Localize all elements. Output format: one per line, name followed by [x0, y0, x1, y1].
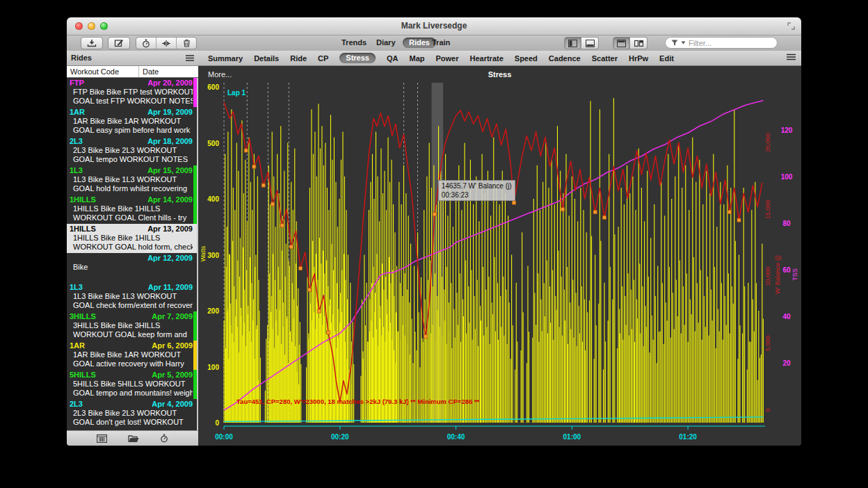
watts-tick: 600 — [207, 83, 219, 91]
nav-train[interactable]: Train — [432, 38, 450, 47]
screen: { "window": { "title": "Mark Liversedge"… — [0, 0, 868, 488]
ride-date: Apr 11, 2009 — [148, 283, 193, 292]
ride-row[interactable]: FTPApr 20, 2009FTP Bike Bike FTP test WO… — [67, 78, 198, 107]
ride-row[interactable]: 1ARApr 6, 20091AR Bike Bike 1AR WORKOUTG… — [67, 341, 198, 370]
ride-date: Apr 13, 2009 — [147, 225, 193, 234]
ride-detail: 1AR Bike Bike 1AR WORKOUT — [70, 117, 193, 126]
ride-detail: GOAL test FTP WORKOUT NOTES — [70, 97, 193, 106]
stress-chart-svg[interactable]: 0100200300400500600Watts05,00010,00015,0… — [198, 66, 801, 446]
close-window-button[interactable] — [75, 22, 83, 30]
sidebar-title: Rides — [71, 54, 92, 62]
tab-stress[interactable]: Stress — [339, 53, 376, 63]
ride-code: 1HILLS — [70, 195, 96, 204]
ride-row[interactable]: 1L3Apr 15, 20091L3 Bike Bike 1L3 WORKOUT… — [67, 165, 198, 195]
tss-tick: 120 — [781, 127, 793, 134]
tooltip-value: 14635.7 W' Balance (j) — [442, 181, 512, 190]
tab-edit[interactable]: Edit — [659, 54, 674, 63]
ride-row[interactable]: 2L3Apr 18, 20092L3 Bike Bike 2L3 WORKOUT… — [67, 136, 198, 165]
nav-diary[interactable]: Diary — [376, 38, 396, 47]
view-style-group — [613, 37, 648, 49]
ride-row[interactable]: 1HILLSApr 14, 20091HILLS Bike Bike 1HILL… — [67, 195, 198, 224]
calendar-icon[interactable] — [97, 434, 107, 443]
tab-details[interactable]: Details — [254, 54, 279, 63]
delete-button[interactable] — [176, 38, 196, 49]
tab-hrpw[interactable]: HrPw — [629, 54, 648, 63]
minimize-window-button[interactable] — [88, 22, 95, 30]
tab-qa[interactable]: QA — [387, 54, 399, 63]
ride-detail: GOAL hold form whilst recovering — [70, 184, 193, 193]
column-workout-code[interactable]: Workout Code — [67, 66, 139, 77]
tooltip-time: 00:36:23 — [442, 190, 512, 200]
stopwatch-icon[interactable] — [160, 434, 168, 443]
resize-icon[interactable] — [787, 22, 796, 31]
column-date[interactable]: Date — [139, 67, 159, 76]
ride-row[interactable]: Apr 12, 2009Bike — [67, 253, 198, 282]
sidebar-toggle-button[interactable] — [564, 37, 581, 49]
filter-caret-icon — [681, 41, 686, 44]
ride-code: FTP — [70, 79, 84, 88]
tab-heartrate[interactable]: Heartrate — [470, 54, 504, 63]
stopwatch-icon — [142, 39, 150, 48]
sidebar-footer — [67, 430, 198, 446]
folder-icon[interactable] — [128, 434, 139, 443]
ride-date: Apr 5, 2009 — [152, 371, 193, 380]
bottombar-toggle-icon — [586, 40, 595, 47]
download-button[interactable] — [81, 37, 103, 49]
ride-date: Apr 20, 2009 — [147, 79, 193, 88]
chart-title: Stress — [198, 70, 801, 79]
main-panel: SummaryDetailsRideCPStressQAMapPowerHear… — [198, 51, 801, 446]
ride-detail: 5HILLS Bike 5HILLS WORKOUT — [70, 380, 193, 389]
tab-map[interactable]: Map — [409, 54, 424, 63]
ride-row[interactable]: 1ARApr 19, 20091AR Bike Bike 1AR WORKOUT… — [67, 107, 198, 136]
tss-tick: 100 — [781, 173, 793, 181]
sidebar-toggle-icon — [568, 40, 577, 47]
ride-date: Apr 12, 2009 — [147, 254, 193, 263]
tab-power[interactable]: Power — [435, 54, 458, 63]
nav-trends[interactable]: Trends — [341, 38, 367, 47]
time-tick-label: 01:00 — [563, 433, 581, 441]
tab-summary[interactable]: Summary — [208, 54, 243, 63]
bottombar-toggle-button[interactable] — [581, 37, 599, 49]
time-tick-label: 00:20 — [331, 433, 349, 441]
ride-list: FTPApr 20, 2009FTP Bike Bike FTP test WO… — [67, 78, 198, 430]
wbal-tick: 10,000 — [764, 267, 771, 286]
tab-speed[interactable]: Speed — [515, 54, 538, 63]
split-button[interactable] — [156, 38, 176, 49]
content-area: Rides Workout Code Date FTPApr 20, 2009F… — [67, 51, 801, 446]
zoom-window-button[interactable] — [100, 22, 108, 30]
ride-row[interactable]: 1L3Apr 11, 20091L3 Bike Bike 1L3 WORKOUT… — [67, 282, 198, 311]
nav-rides[interactable]: Rides — [403, 38, 436, 48]
ride-row[interactable]: 3HILLSApr 7, 20093HILLS Bike Bike 3HILLS… — [67, 311, 198, 341]
ride-detail: GOAL easy spim before hard work — [70, 126, 193, 135]
ride-date: Apr 19, 2009 — [147, 108, 193, 117]
filter-funnel-icon — [671, 40, 678, 46]
grid-view-button[interactable] — [630, 37, 648, 49]
watts-tick: 200 — [207, 307, 219, 315]
time-tick-label: 00:00 — [215, 433, 233, 441]
ride-detail: WORKOUT GOAL hold form, check — [70, 243, 193, 252]
tab-ride[interactable]: Ride — [290, 54, 307, 63]
tab-cp[interactable]: CP — [318, 54, 328, 63]
filter-input[interactable]: Filter... — [665, 37, 778, 49]
tss-tick: 40 — [782, 313, 791, 320]
wbal-axis-label: W' Balance (j) — [774, 255, 781, 294]
tab-scatter[interactable]: Scatter — [592, 54, 618, 63]
ride-code: 3HILLS — [70, 312, 96, 321]
sidebar-header: Rides — [67, 51, 198, 66]
title-bar[interactable]: Mark Liversedge — [67, 17, 801, 35]
edit-button[interactable] — [108, 37, 130, 49]
chart-menu-icon[interactable] — [787, 54, 796, 60]
tab-cadence[interactable]: Cadence — [549, 54, 581, 63]
sidebar-menu-icon[interactable] — [186, 55, 194, 61]
ride-list-column-header[interactable]: Workout Code Date — [67, 66, 198, 78]
ride-row[interactable]: 5HILLSApr 5, 20095HILLS Bike 5HILLS WORK… — [67, 370, 198, 399]
ride-row[interactable]: 1HILLSApr 13, 20091HILLS Bike Bike 1HILL… — [67, 224, 198, 253]
cp-annotation: Tau=451, CP=280, W'=23000, 18 matches >2… — [236, 398, 480, 405]
interval-button[interactable] — [136, 38, 156, 49]
ride-detail: 2L3 Bike Bike 2L3 WORKOUT — [70, 409, 193, 418]
ride-row[interactable]: 2L3Apr 4, 20092L3 Bike Bike 2L3 WORKOUTG… — [67, 399, 198, 428]
tiled-view-button[interactable] — [613, 37, 630, 49]
ride-detail: GOAL tempo WORKOUT NOTES — [70, 155, 193, 164]
ride-row[interactable]: 1L3Apr 3, 2009 — [67, 428, 198, 430]
time-tick-label: 01:20 — [679, 433, 697, 441]
